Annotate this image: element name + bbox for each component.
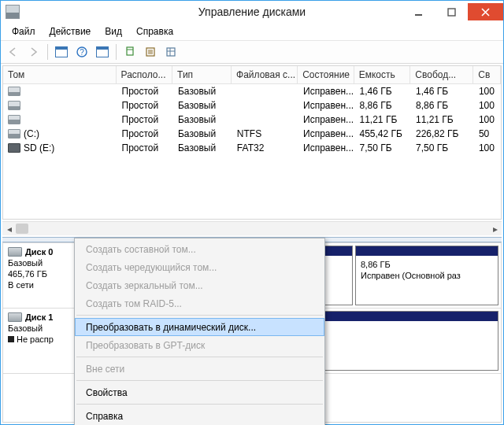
svg-rect-4 <box>127 47 133 55</box>
table-cell: 50 <box>474 128 501 140</box>
table-cell: Простой <box>117 113 173 126</box>
menu-create-mirrored[interactable]: Создать зеркальный том... <box>75 276 324 294</box>
scroll-right-button[interactable]: ▸ <box>488 222 502 235</box>
table-cell: Простой <box>117 85 173 98</box>
volume-table: Том Располо... Тип Файловая с... Состоян… <box>2 65 502 220</box>
scroll-thumb[interactable] <box>16 224 28 234</box>
table-row[interactable]: (C:)ПростойБазовыйNTFSИсправен...455,42 … <box>3 127 501 141</box>
settings-icon <box>145 46 156 57</box>
maximize-button[interactable] <box>435 3 468 20</box>
col-status[interactable]: Состояние <box>298 66 354 83</box>
col-volume[interactable]: Том <box>3 66 117 83</box>
action-button[interactable] <box>141 42 160 61</box>
menu-create-spanned[interactable]: Создать составной том... <box>75 240 324 258</box>
table-body: ПростойБазовыйИсправен...1,46 ГБ1,46 ГБ1… <box>3 84 501 155</box>
col-type[interactable]: Тип <box>172 66 232 83</box>
forward-button[interactable] <box>24 42 43 61</box>
table-cell: Исправен... <box>298 128 354 140</box>
toolbar-separator <box>116 44 117 60</box>
table-cell: 1,46 ГБ <box>411 85 474 98</box>
minimize-button[interactable] <box>402 3 435 20</box>
back-button[interactable] <box>4 42 23 61</box>
menu-convert-dynamic[interactable]: Преобразовать в динамический диск... <box>75 318 324 336</box>
table-row[interactable]: ПростойБазовыйИсправен...1,46 ГБ1,46 ГБ1… <box>3 84 501 98</box>
help-icon: ? <box>76 46 88 58</box>
list-button[interactable] <box>161 42 180 61</box>
table-cell: (C:) <box>3 128 117 140</box>
arrow-right-icon <box>28 47 39 57</box>
panel-icon <box>96 46 109 57</box>
menu-separator <box>76 380 323 381</box>
refresh-icon <box>124 46 135 57</box>
volume-icon <box>8 129 20 139</box>
menu-view[interactable]: Вид <box>98 24 128 39</box>
panel-icon <box>55 46 68 57</box>
minimize-icon <box>414 8 423 17</box>
table-header: Том Располо... Тип Файловая с... Состоян… <box>3 66 501 84</box>
partition-size: 8,86 ГБ <box>361 259 493 270</box>
table-cell: 226,82 ГБ <box>411 128 474 140</box>
titlebar: Управление дисками <box>1 1 503 23</box>
disk-type: Базовый <box>8 323 84 334</box>
table-row[interactable]: ПростойБазовыйИсправен...11,21 ГБ11,21 Г… <box>3 113 501 127</box>
window: Управление дисками Файл Действие Вид Спр… <box>0 0 504 425</box>
arrow-left-icon <box>8 47 19 57</box>
hscrollbar[interactable]: ◂ ▸ <box>2 221 502 235</box>
refresh-button[interactable] <box>120 42 139 61</box>
table-cell: 100 <box>474 113 501 126</box>
view-1-button[interactable] <box>52 42 71 61</box>
disk-status: В сети <box>8 279 84 290</box>
menu-offline[interactable]: Вне сети <box>75 360 324 378</box>
table-cell: Исправен... <box>298 113 354 126</box>
partition[interactable]: 8,86 ГБ Исправен (Основной раз <box>355 246 498 305</box>
table-cell <box>3 86 117 97</box>
col-fs[interactable]: Файловая с... <box>232 66 298 83</box>
menu-create-raid5[interactable]: Создать том RAID-5... <box>75 294 324 312</box>
maximize-icon <box>447 8 456 17</box>
table-cell: Базовый <box>173 142 232 154</box>
table-cell: Исправен... <box>298 85 354 98</box>
disk-type: Базовый <box>8 257 84 268</box>
view-2-button[interactable] <box>93 42 112 61</box>
table-cell: Исправен... <box>298 142 354 154</box>
table-cell: 7,50 ГБ <box>411 142 474 154</box>
table-cell: NTFS <box>232 128 298 140</box>
col-cap[interactable]: Емкость <box>354 66 411 83</box>
menu-help[interactable]: Справка <box>130 24 180 39</box>
scroll-left-button[interactable]: ◂ <box>2 222 16 235</box>
col-free[interactable]: Свобод... <box>410 66 473 83</box>
svg-rect-0 <box>415 14 422 16</box>
table-cell: SD (E:) <box>3 142 117 154</box>
menubar: Файл Действие Вид Справка <box>1 23 503 41</box>
col-layout[interactable]: Располо... <box>117 66 173 83</box>
disk-size: 465,76 ГБ <box>8 268 84 279</box>
disk-icon <box>8 247 22 257</box>
menu-help[interactable]: Справка <box>75 407 324 425</box>
menu-action[interactable]: Действие <box>43 24 98 39</box>
menu-properties[interactable]: Свойства <box>75 383 324 401</box>
svg-rect-1 <box>448 9 455 16</box>
table-cell: Базовый <box>173 113 232 126</box>
partition-stripe <box>356 246 498 256</box>
col-pct[interactable]: Св <box>473 66 501 83</box>
svg-rect-6 <box>167 48 175 56</box>
menu-file[interactable]: Файл <box>6 24 42 39</box>
table-row[interactable]: ПростойБазовыйИсправен...8,86 ГБ8,86 ГБ1… <box>3 98 501 113</box>
table-cell <box>232 105 298 106</box>
menu-create-striped[interactable]: Создать чередующийся том... <box>75 258 324 276</box>
disk-icon <box>8 312 22 322</box>
help-button[interactable]: ? <box>72 42 91 61</box>
table-cell <box>3 100 117 111</box>
table-row[interactable]: SD (E:)ПростойБазовыйFAT32Исправен...7,5… <box>3 141 501 155</box>
table-cell: Простой <box>117 142 173 154</box>
table-cell: 100 <box>474 142 501 154</box>
menu-separator <box>76 315 323 316</box>
close-icon <box>481 8 490 17</box>
toolbar-separator <box>47 44 48 60</box>
menu-convert-gpt[interactable]: Преобразовать в GPT-диск <box>75 336 324 354</box>
partition-info: Исправен (Основной раз <box>361 270 493 281</box>
app-icon <box>6 5 20 19</box>
table-cell: Простой <box>117 128 173 140</box>
window-buttons <box>402 3 503 20</box>
close-button[interactable] <box>468 3 503 20</box>
